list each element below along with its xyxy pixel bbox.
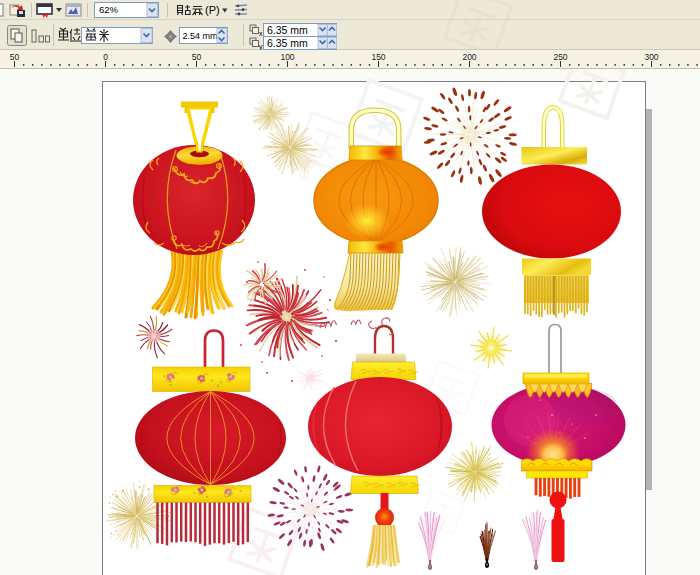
svg-text:50: 50 [10,52,20,62]
svg-text:0: 0 [103,52,108,62]
svg-text:y: y [259,43,263,51]
svg-text:300: 300 [644,52,658,62]
svg-text:2.54 mm: 2.54 mm [183,31,218,41]
svg-text:6.35 mm: 6.35 mm [267,37,308,49]
svg-text:100: 100 [280,52,294,62]
svg-text:6.35 mm: 6.35 mm [267,24,308,36]
svg-text:200: 200 [462,52,476,62]
svg-text:62%: 62% [99,4,119,15]
svg-text:150: 150 [371,52,385,62]
svg-text:(P): (P) [205,4,220,16]
svg-text:50: 50 [192,52,202,62]
svg-text:x: x [259,30,263,37]
svg-text:250: 250 [553,52,567,62]
